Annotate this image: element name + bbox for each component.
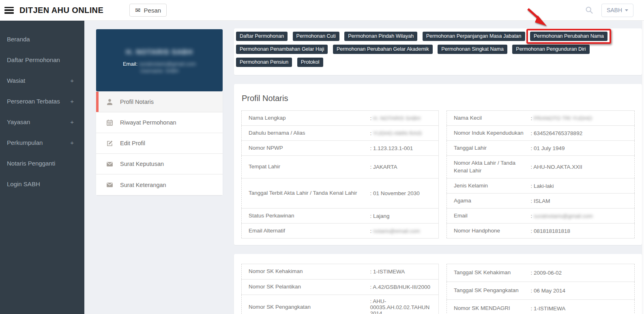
panel-title: Profil Notaris [241, 91, 635, 110]
tab-badge-wrap: Permohonan Singkat Nama [438, 45, 507, 54]
field-label: Nomor Handphone [447, 224, 531, 239]
tab-badge-wrap: Permohonan Perubahan Nama [530, 32, 608, 41]
sk-panel: Nomor SK Kehakiman 1-ISTIMEWA Nomor SK P… [234, 254, 642, 314]
profile-menu-item[interactable]: Profil Notaris [96, 92, 223, 112]
calendar-icon [106, 119, 113, 126]
table-row: Jenis Kelamin Laki-laki [447, 179, 635, 194]
tab-badge[interactable]: Permohonan Perubahan Gelar Akademik [333, 45, 433, 54]
sidebar-item[interactable]: Notaris Pengganti [0, 153, 84, 174]
tab-badge-wrap: Permohonan Pengunduran Diri [512, 45, 589, 54]
table-row: Nomor SK Pengangkatan AHU-00035.AH.02.02… [242, 295, 439, 314]
menu-item-icon [106, 181, 113, 188]
menu-item-icon [106, 161, 113, 168]
table-row: Tanggal SK Pengangkatan 06 May 2014 [447, 282, 635, 300]
profile-menu-item[interactable]: Riwayat Permohonan [96, 112, 223, 133]
table-row: Nomor SK Kehakiman 1-ISTIMEWA [242, 264, 439, 280]
field-value: notaris@email.com [370, 224, 439, 239]
field-value: YUDHO AMIN RAIS [370, 126, 439, 141]
field-value: AHU-00035.AH.02.02.TAHUN 2014 [370, 295, 439, 314]
tab-badge[interactable]: Permohonan Pindah Wilayah [344, 32, 417, 41]
envelope-icon [106, 161, 113, 168]
table-row: Dahulu bernama / Alias YUDHO AMIN RAIS [242, 126, 439, 141]
user-dropdown-button[interactable]: SABH [601, 4, 633, 17]
profile-menu-item[interactable]: Surat Keterangan [96, 174, 223, 195]
tab-badge[interactable]: Permohonan Cuti [293, 32, 339, 41]
tab-row-3: Permohonan Pensiun Protokol [236, 56, 640, 69]
field-value: ISLAM [531, 194, 635, 209]
sidebar-item[interactable]: Perkumpulan + [0, 132, 84, 153]
envelope-icon: ✉ [135, 6, 140, 14]
field-label: Agama [447, 194, 531, 209]
main-content: H. NOTARIS SABH Email: suratnotaris@gmai… [84, 21, 644, 314]
tab-badge[interactable]: Permohonan Pengunduran Diri [512, 45, 589, 54]
table-row: Email Alternatif notaris@email.com [242, 224, 439, 239]
table-row: Status Perkawinan Lajang [242, 209, 439, 224]
sidebar-item[interactable]: Perseroan Terbatas + [0, 91, 84, 112]
tab-badge-wrap: Permohonan Pindah Wilayah [344, 32, 417, 41]
tab-badge[interactable]: Protokol [297, 58, 323, 67]
profile-menu-item[interactable]: Edit Profil [96, 133, 223, 154]
tab-badge[interactable]: Daftar Permohonan [236, 32, 288, 41]
tab-badge[interactable]: Permohonan Singkat Nama [438, 45, 507, 54]
menu-item-icon [106, 99, 113, 105]
sidebar-item[interactable]: Daftar Permohonan [0, 49, 84, 70]
field-value: H. NOTARIS SABH [370, 111, 439, 126]
tab-row-2: Permohonan Penambahan Gelar Haji Permoho… [236, 43, 640, 56]
profile-menu-label: Surat Keputusan [120, 161, 164, 167]
sidebar-item[interactable]: Login SABH [0, 174, 84, 194]
field-label: Nomor SK Pengangkatan [242, 295, 370, 314]
sk-table-right: Tanggal SK Kehakiman 2009-06-02 Tanggal … [447, 264, 635, 314]
hamburger-icon[interactable] [4, 7, 14, 14]
sidebar-item[interactable]: Yayasan + [0, 112, 84, 132]
tab-badge[interactable]: Permohonan Perubahan Nama [530, 32, 608, 41]
tab-badge[interactable]: Permohonan Pensiun [236, 58, 292, 67]
pesan-button[interactable]: ✉ Pesan [129, 4, 167, 17]
sidebar-item-label: Notaris Pengganti [7, 160, 55, 167]
search-icon[interactable] [585, 6, 593, 14]
sidebar-item[interactable]: Wasiat + [0, 70, 84, 91]
sidebar-item-label: Wasiat [7, 77, 25, 84]
field-value: 081818181818 [531, 224, 635, 239]
username-blurred: Username: SABH [96, 68, 223, 74]
user-label: SABH [607, 7, 622, 13]
notary-name-blurred: H. NOTARIS SABH [96, 48, 223, 56]
field-label: Nomor NPWP [242, 141, 370, 156]
right-column: Daftar Permohonan Permohonan Cuti Permoh… [234, 28, 642, 314]
table-row: Tanggal SK Kehakiman 2009-06-02 [447, 264, 635, 282]
tab-row-1: Daftar Permohonan Permohonan Cuti Permoh… [236, 30, 640, 43]
email-label: Email: [123, 61, 137, 67]
field-value: A.42/GSB/HUK-III/2000 [370, 280, 439, 295]
app-title: DITJEN AHU ONLINE [19, 6, 103, 15]
tab-badge[interactable]: Permohonan Penambahan Gelar Haji [236, 45, 328, 54]
field-value: 2009-06-02 [531, 264, 635, 282]
table-row: Agama ISLAM [447, 194, 635, 209]
sidebar-item[interactable]: Beranda [0, 29, 84, 49]
profile-menu-label: Surat Keterangan [120, 182, 166, 188]
table-row: Nomor NPWP 1.123.123.1-001 [242, 141, 439, 156]
profile-menu-item[interactable]: Surat Keputusan [96, 154, 223, 174]
field-label: Nama Lengkap [242, 111, 370, 126]
scrollbar[interactable] [642, 21, 644, 314]
profil-table-left: Nama Lengkap H. NOTARIS SABH Dahulu bern… [241, 110, 439, 239]
field-label: Nama Kecil [447, 111, 531, 126]
tab-badge-wrap: Permohonan Cuti [293, 32, 339, 41]
field-value: AHU-NO.AKTA.XXII [531, 156, 635, 179]
plus-expand-icon: + [70, 98, 74, 105]
top-header: DITJEN AHU ONLINE ✉ Pesan SABH [0, 0, 644, 21]
profile-menu: Profil Notaris [96, 92, 223, 195]
field-value: JAKARTA [370, 156, 439, 179]
profil-notaris-panel: Profil Notaris Nama Lengkap H. NOTARIS S… [234, 84, 642, 245]
table-row: Nomor SK MENDAGRI 1-ISTIMEWA [447, 300, 635, 314]
field-label: Nomor SK Kehakiman [242, 264, 370, 280]
table-row: Nomor Handphone 081818181818 [447, 224, 635, 239]
tab-badge[interactable]: Permohonan Perpanjangan Masa Jabatan [423, 32, 525, 41]
table-row: Nomor Induk Kependudukan 634526476537889… [447, 126, 635, 141]
field-label: Email Alternatif [242, 224, 370, 239]
table-row: Tanggal Lahir 01 July 1949 [447, 141, 635, 156]
email-value-blurred: suratnotaris@gmail.com [139, 61, 196, 67]
field-value: 1-ISTIMEWA [531, 300, 635, 314]
tab-badge-wrap: Permohonan Pensiun [236, 58, 292, 67]
notary-profile-card: H. NOTARIS SABH Email: suratnotaris@gmai… [96, 29, 223, 91]
field-value: Laki-laki [531, 179, 635, 194]
field-label: Nomor SK MENDAGRI [447, 300, 531, 314]
